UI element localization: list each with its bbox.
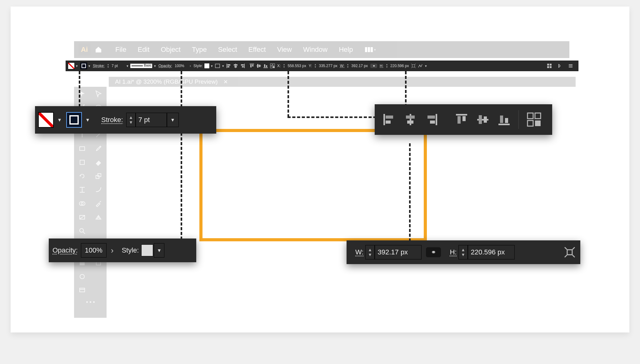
document-tab[interactable]: AI 1.ai* @ 3200% (RGB/GPU Preview) ✕	[109, 77, 576, 87]
chevron-down-icon[interactable]: ▾	[154, 243, 164, 258]
chevron-down-icon[interactable]: ▾	[373, 48, 377, 52]
draw-mode-icon[interactable]	[74, 270, 90, 283]
width-stepper[interactable]: ▴▾	[365, 245, 375, 259]
chevron-down-icon[interactable]: ▾	[125, 64, 130, 68]
align-to-key-icon[interactable]	[270, 63, 275, 69]
home-icon[interactable]	[93, 45, 103, 55]
menu-type[interactable]: Type	[186, 46, 212, 54]
align-bottom-icon[interactable]	[263, 63, 268, 69]
w-value[interactable]: 392.17 px	[350, 64, 369, 68]
align-vcenter-icon[interactable]	[256, 63, 262, 69]
selection-tool-icon[interactable]	[74, 87, 90, 101]
align-to-key-icon[interactable]	[526, 112, 542, 127]
panel-menu-icon[interactable]	[568, 63, 573, 68]
chevron-down-icon[interactable]: ▾	[167, 113, 179, 127]
menu-object[interactable]: Object	[155, 46, 186, 54]
gradient-tool-icon[interactable]	[74, 210, 90, 224]
stroke-stepper[interactable]: ▴▾	[106, 63, 110, 68]
menu-view[interactable]: View	[272, 46, 298, 54]
menu-edit[interactable]: Edit	[132, 46, 155, 54]
align-right-icon[interactable]	[240, 63, 245, 69]
isolate-icon[interactable]	[418, 63, 423, 69]
stroke-value[interactable]: 7 pt	[110, 64, 125, 68]
free-transform-tool-icon[interactable]	[90, 183, 107, 197]
fill-swatch[interactable]	[68, 62, 75, 69]
style-swatch[interactable]	[204, 63, 210, 69]
height-stepper[interactable]: ▴▾	[458, 245, 468, 259]
fill-swatch[interactable]	[38, 112, 54, 128]
wh-zoom: W: ▴▾ 392.17 px ⚭ H: ▴▾ 220.596 px	[347, 240, 580, 264]
opacity-value[interactable]: 100%	[81, 243, 107, 258]
align-hcenter-icon[interactable]	[233, 63, 238, 69]
eyedropper-tool-icon[interactable]	[90, 197, 107, 210]
close-icon[interactable]: ✕	[223, 79, 228, 85]
chevron-down-icon[interactable]: ▾	[153, 64, 157, 68]
hand-tool-icon[interactable]	[90, 224, 107, 238]
align-hcenter-icon[interactable]	[403, 113, 417, 126]
link-wh-icon[interactable]: ⚭	[426, 247, 441, 257]
align-left-icon[interactable]	[382, 113, 396, 126]
chevron-down-icon[interactable]: ▾	[87, 64, 92, 68]
perspective-tool-icon[interactable]	[90, 210, 107, 224]
constrain-proportions-icon[interactable]	[563, 246, 576, 258]
height-value[interactable]: 220.596 px	[468, 245, 515, 259]
brush-preview[interactable]: Basic	[130, 64, 152, 68]
stroke-swatch[interactable]	[66, 112, 82, 128]
stroke-swatch[interactable]	[80, 62, 87, 69]
x-stepper[interactable]: ▴▾	[282, 63, 286, 68]
scale-tool-icon[interactable]	[90, 169, 107, 183]
edit-toolbar-icon[interactable]	[74, 297, 107, 307]
menu-file[interactable]: File	[110, 46, 132, 54]
link-wh-icon[interactable]: ⚭	[370, 64, 377, 68]
constrain-icon[interactable]	[411, 63, 416, 69]
svg-rect-35	[569, 67, 572, 67]
stroke-stepper[interactable]: ▴▾	[126, 113, 136, 127]
align-top-icon[interactable]	[455, 113, 468, 126]
y-value[interactable]: 335.277 px	[318, 64, 338, 68]
chevron-right-icon[interactable]: ›	[188, 64, 192, 68]
opacity-value[interactable]: 100%	[173, 64, 188, 68]
document-setup-icon[interactable]	[215, 63, 220, 69]
menu-effect[interactable]: Effect	[243, 46, 272, 54]
width-value[interactable]: 392.17 px	[375, 245, 422, 259]
width-tool-icon[interactable]	[74, 183, 90, 197]
align-bottom-icon[interactable]	[497, 113, 511, 126]
eraser-tool-icon[interactable]	[90, 155, 107, 169]
rectangle-tool-icon[interactable]	[74, 142, 90, 155]
menu-help[interactable]: Help	[333, 46, 358, 54]
chevron-down-icon[interactable]: ▾	[221, 64, 225, 68]
x-value[interactable]: 558.553 px	[286, 64, 307, 68]
svg-rect-8	[241, 64, 244, 66]
chevron-down-icon[interactable]: ▾	[424, 64, 428, 68]
align-left-icon[interactable]	[226, 63, 232, 69]
chevron-down-icon[interactable]: ▾	[210, 64, 214, 68]
h-stepper[interactable]: ▴▾	[385, 63, 389, 68]
align-right-icon[interactable]	[425, 113, 438, 126]
h-value[interactable]: 220.596 px	[389, 64, 410, 68]
shaper-tool-icon[interactable]	[74, 155, 90, 169]
rotate-tool-icon[interactable]	[74, 169, 90, 183]
w-stepper[interactable]: ▴▾	[346, 63, 350, 68]
gpu-preview-icon[interactable]	[558, 63, 562, 68]
screen-mode-icon[interactable]	[74, 283, 90, 297]
direct-selection-tool-icon[interactable]	[90, 87, 107, 101]
chevron-down-icon[interactable]: ▾	[54, 113, 65, 127]
shape-builder-tool-icon[interactable]	[74, 197, 90, 210]
menu-window[interactable]: Window	[298, 46, 333, 54]
style-swatch[interactable]	[141, 244, 153, 256]
stroke-value[interactable]: 7 pt	[136, 113, 167, 127]
paintbrush-tool-icon[interactable]	[90, 142, 107, 155]
menu-select[interactable]: Select	[212, 46, 243, 54]
svg-rect-72	[500, 116, 503, 123]
fill-stroke-zoom: ▾ ▾ Stroke: ▴▾ 7 pt ▾	[35, 106, 216, 134]
chevron-down-icon[interactable]: ▾	[82, 113, 93, 127]
y-stepper[interactable]: ▴▾	[313, 63, 318, 68]
zoom-tool-icon[interactable]	[74, 224, 90, 238]
artwork-selection[interactable]	[199, 129, 427, 241]
arrange-docs-icon[interactable]	[547, 63, 552, 68]
align-top-icon[interactable]	[249, 63, 255, 69]
workspace-switcher-icon[interactable]	[365, 47, 373, 52]
chevron-down-icon[interactable]: ▾	[75, 64, 79, 68]
align-vcenter-icon[interactable]	[476, 113, 490, 126]
chevron-right-icon[interactable]: ›	[111, 246, 114, 255]
